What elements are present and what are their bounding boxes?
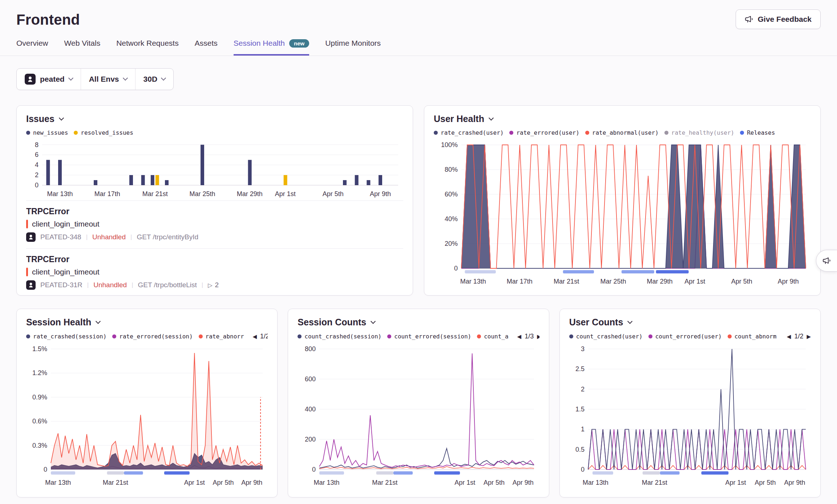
legend-item[interactable]: rate_errored(session) (112, 333, 193, 340)
pager-label: 1/3 (525, 333, 534, 340)
svg-text:Apr 9th: Apr 9th (513, 479, 534, 486)
session-counts-chart[interactable]: 8006004002000Mar 13thMar 21stApr 1stApr … (298, 345, 539, 488)
svg-text:Mar 21st: Mar 21st (554, 278, 579, 285)
user-health-panel-header[interactable]: User Health (434, 114, 811, 124)
svg-text:Mar 21st: Mar 21st (103, 479, 128, 486)
legend-item[interactable]: count_abnorm (728, 333, 777, 340)
issue-title-link[interactable]: TRPCError (26, 255, 69, 264)
tab-overview[interactable]: Overview (16, 39, 48, 56)
pager-next-icon[interactable]: ▶ (537, 333, 539, 340)
svg-text:Apr 9th: Apr 9th (370, 190, 391, 198)
svg-text:800: 800 (305, 345, 316, 353)
issue-short-id: PEATED-31R (40, 281, 82, 289)
svg-text:Mar 13th: Mar 13th (582, 479, 608, 486)
megaphone-icon (822, 256, 831, 265)
legend-item[interactable]: count_a (477, 333, 508, 340)
svg-text:1.5%: 1.5% (32, 345, 47, 353)
legend-item[interactable]: rate_crashed(session) (26, 333, 106, 340)
tab-bar: Overview Web Vitals Network Requests Ass… (0, 39, 837, 56)
chevron-down-icon (371, 318, 376, 324)
tab-uptime-monitors[interactable]: Uptime Monitors (325, 39, 381, 56)
legend-dot (26, 334, 30, 338)
session-health-chart[interactable]: 1.5%1.2%0.9%0.6%0.3%0Mar 13thMar 21stApr… (26, 345, 268, 488)
legend-item[interactable]: count_crashed(session) (298, 333, 381, 340)
session-health-panel-header[interactable]: Session Health (26, 317, 268, 328)
svg-text:0: 0 (581, 466, 585, 473)
user-counts-panel-header[interactable]: User Counts (569, 317, 811, 328)
svg-text:Mar 21st: Mar 21st (372, 479, 398, 486)
pager-prev-icon[interactable]: ◀ (517, 333, 522, 340)
svg-text:8: 8 (35, 141, 39, 149)
project-filter-dropdown[interactable]: peated (17, 69, 81, 90)
issues-bar-chart[interactable]: 86420Mar 13thMar 17thMar 21stMar 25thMar… (26, 139, 403, 199)
divider: | (202, 281, 203, 289)
legend-item[interactable]: rate_errored(user) (509, 129, 579, 136)
divider: | (87, 281, 89, 289)
issues-panel: Issues new_issues resolved_issues 86420M… (16, 105, 413, 296)
user-counts-chart[interactable]: 32.521.510.50Mar 13thMar 21stApr 1stApr … (569, 345, 811, 488)
legend-pager: ◀ 1/3 ▶ (514, 333, 539, 340)
issues-panel-header[interactable]: Issues (26, 114, 403, 124)
divider: | (86, 233, 88, 241)
tab-session-health[interactable]: Session Health new (234, 39, 309, 56)
chevron-down-icon (489, 115, 494, 120)
chevron-down-icon (59, 115, 64, 120)
legend-item[interactable]: rate_abnormal(user) (585, 129, 659, 136)
legend-item[interactable]: count_crashed(user) (569, 333, 643, 340)
pager-next-icon[interactable]: ▶ (806, 333, 811, 340)
feedback-fab-button[interactable] (816, 250, 837, 272)
tab-assets[interactable]: Assets (195, 39, 218, 56)
svg-text:200: 200 (305, 436, 316, 443)
pager-prev-icon[interactable]: ◀ (253, 333, 257, 340)
svg-text:Apr 5th: Apr 5th (731, 278, 752, 285)
environment-filter-dropdown[interactable]: All Envs (81, 69, 135, 90)
legend-item[interactable]: new_issues (26, 129, 68, 136)
legend-item[interactable]: count_errored(user) (648, 333, 722, 340)
user-counts-panel: User Counts count_crashed(user) count_er… (559, 309, 821, 497)
svg-text:0.6%: 0.6% (32, 418, 47, 425)
date-range-filter-value: 30D (143, 75, 158, 84)
chevron-down-icon (122, 76, 128, 81)
legend-item[interactable]: Releases (740, 129, 775, 136)
svg-text:100%: 100% (441, 141, 458, 149)
legend-item[interactable]: rate_healthy(user) (664, 129, 734, 136)
svg-text:0: 0 (35, 182, 39, 189)
svg-text:1.5: 1.5 (575, 406, 585, 413)
page-title: Frontend (16, 12, 821, 28)
svg-text:Mar 21st: Mar 21st (142, 190, 168, 198)
svg-text:0: 0 (454, 265, 458, 272)
issue-title-link[interactable]: TRPCError (26, 207, 69, 216)
environment-filter-value: All Envs (89, 75, 119, 84)
svg-text:Mar 25th: Mar 25th (601, 278, 626, 285)
give-feedback-button[interactable]: Give Feedback (736, 9, 821, 29)
play-icon: ▷ (208, 282, 212, 289)
legend-item[interactable]: rate_crashed(user) (434, 129, 504, 136)
svg-text:Mar 21st: Mar 21st (642, 479, 667, 486)
svg-text:0.3%: 0.3% (32, 442, 47, 449)
legend-item[interactable]: resolved_issues (74, 129, 133, 136)
svg-text:Apr 1st: Apr 1st (184, 479, 205, 486)
pager-prev-icon[interactable]: ◀ (787, 333, 791, 340)
issue-short-id: PEATED-348 (40, 233, 81, 241)
legend-item[interactable]: count_errored(session) (387, 333, 471, 340)
issue-transaction: GET /trpc/entityById (137, 233, 198, 241)
svg-text:Mar 29th: Mar 29th (647, 278, 673, 285)
error-level-bar (26, 220, 28, 228)
svg-text:2: 2 (35, 171, 39, 179)
tab-web-vitals[interactable]: Web Vitals (64, 39, 101, 56)
svg-text:Apr 9th: Apr 9th (778, 278, 799, 285)
date-range-filter-dropdown[interactable]: 30D (135, 69, 174, 90)
session-counts-panel-header[interactable]: Session Counts (298, 317, 539, 328)
svg-text:1.2%: 1.2% (32, 369, 47, 377)
project-avatar (26, 232, 36, 242)
svg-text:20%: 20% (445, 240, 458, 247)
unhandled-tag: Unhandled (93, 281, 127, 289)
svg-text:Mar 13th: Mar 13th (47, 190, 73, 198)
tab-network-requests[interactable]: Network Requests (116, 39, 179, 56)
user-health-chart[interactable]: 100%80%60%40%20%0Mar 13thMar 17thMar 21s… (434, 141, 811, 286)
legend-dot (728, 334, 732, 338)
svg-text:Apr 5th: Apr 5th (323, 190, 344, 198)
panel-title: Session Counts (298, 317, 366, 328)
legend-item[interactable]: rate_abnorr (199, 333, 244, 340)
session-health-legend: rate_crashed(session) rate_errored(sessi… (26, 333, 268, 340)
